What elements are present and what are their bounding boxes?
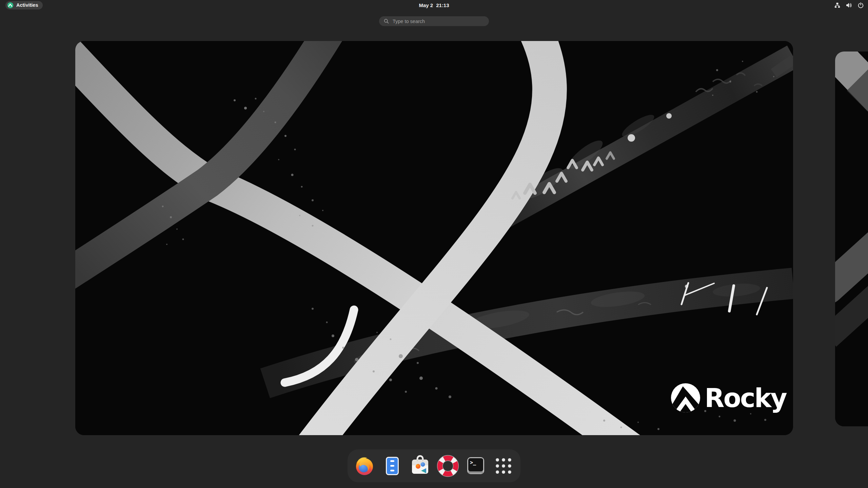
wallpaper-dot-small — [666, 113, 672, 119]
dock-item-files[interactable] — [381, 455, 403, 477]
files-icon — [381, 455, 403, 477]
clock-date: May 2 — [419, 2, 433, 8]
dash-dock: >_ — [348, 449, 520, 482]
workspace-preview-next[interactable] — [835, 52, 868, 426]
svg-text:>_: >_ — [470, 460, 476, 466]
terminal-icon: >_ — [465, 455, 487, 477]
gnome-activities-overview: Activities May 2 21:13 — [0, 0, 868, 488]
help-lifebuoy-icon — [437, 455, 459, 477]
rocky-wallpaper-art: Rocky — [75, 41, 793, 435]
next-wallpaper-art — [835, 52, 868, 426]
software-icon — [409, 455, 431, 477]
network-wired-icon — [834, 2, 840, 8]
clock-time: 21:13 — [436, 2, 449, 8]
dock-item-firefox[interactable] — [353, 455, 376, 477]
top-bar: Activities May 2 21:13 — [0, 0, 868, 10]
volume-icon — [846, 2, 852, 8]
firefox-icon — [353, 455, 376, 477]
dock-item-terminal[interactable]: >_ — [465, 455, 487, 477]
dock-item-software[interactable] — [409, 455, 431, 477]
search-bar[interactable] — [379, 16, 489, 26]
search-input[interactable] — [392, 18, 486, 24]
system-status-area[interactable] — [834, 0, 864, 10]
clock[interactable]: May 2 21:13 — [0, 0, 868, 10]
show-apps-grid-icon — [492, 455, 515, 477]
dock-item-show-apps[interactable] — [492, 455, 515, 477]
rocky-brand-logo: Rocky — [669, 383, 787, 414]
dock-item-help[interactable] — [437, 455, 459, 477]
search-icon — [384, 19, 389, 24]
workspace-preview-current[interactable]: Rocky — [75, 41, 793, 435]
rocky-brand-text: Rocky — [705, 383, 787, 413]
power-icon — [858, 2, 864, 8]
wallpaper-dot-large — [628, 134, 635, 142]
